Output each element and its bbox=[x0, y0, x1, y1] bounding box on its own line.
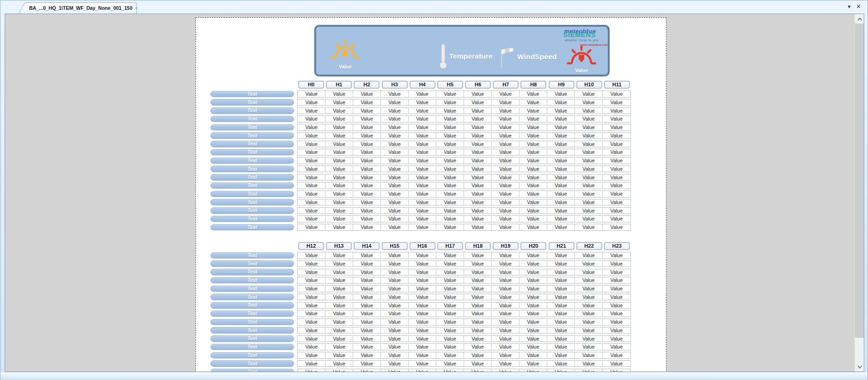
row-label-text: Text bbox=[248, 108, 257, 113]
value-cell: Value bbox=[575, 352, 603, 358]
value-cell: Value bbox=[603, 141, 630, 147]
value-cell: Value bbox=[464, 252, 492, 258]
value-cell: Value bbox=[298, 116, 326, 122]
value-cell: Value bbox=[492, 319, 519, 325]
value-cell: Value bbox=[353, 166, 381, 172]
value-cell: Value bbox=[519, 108, 547, 114]
logo-url: www.meteoblue.com bbox=[580, 43, 608, 46]
window-close-icon[interactable]: ✕ bbox=[856, 4, 861, 9]
table-row: ValueValueValueValueValueValueValueValue… bbox=[297, 335, 631, 342]
value-cell: Value bbox=[519, 361, 547, 367]
value-cell: Value bbox=[298, 166, 326, 172]
value-cell: Value bbox=[519, 277, 547, 283]
row-label-pill: Text bbox=[210, 286, 294, 292]
value-cell: Value bbox=[298, 91, 326, 97]
table-row: ValueValueValueValueValueValueValueValue… bbox=[297, 294, 631, 301]
value-cell: Value bbox=[298, 149, 326, 155]
value-cell: Value bbox=[575, 327, 603, 334]
value-cell: Value bbox=[519, 191, 547, 197]
scroll-up-button[interactable] bbox=[855, 14, 864, 23]
value-cell: Value bbox=[298, 269, 326, 275]
scroll-down-button[interactable] bbox=[855, 362, 864, 372]
value-cell: Value bbox=[519, 141, 547, 147]
row-label-text: Text bbox=[248, 369, 257, 372]
row-label-pill: Text bbox=[210, 260, 294, 267]
value-cell: Value bbox=[353, 175, 381, 181]
value-cell: Value bbox=[519, 352, 547, 358]
value-cell: Value bbox=[547, 252, 575, 258]
value-cell: Value bbox=[603, 149, 630, 155]
value-cell: Value bbox=[575, 141, 603, 147]
value-cell: Value bbox=[381, 261, 409, 267]
value-cell: Value bbox=[603, 303, 630, 309]
value-cell: Value bbox=[353, 261, 381, 267]
table-row: ValueValueValueValueValueValueValueValue… bbox=[297, 157, 631, 164]
value-cell: Value bbox=[298, 311, 326, 317]
column-header: H1 bbox=[326, 81, 352, 89]
value-cell: Value bbox=[381, 133, 409, 139]
value-cell: Value bbox=[603, 319, 630, 325]
value-cell: Value bbox=[326, 108, 353, 114]
value-cell: Value bbox=[519, 116, 547, 122]
value-cell: Value bbox=[436, 361, 464, 367]
value-cell: Value bbox=[603, 361, 630, 367]
table-row: ValueValueValueValueValueValueValueValue… bbox=[297, 174, 631, 181]
tab-title: BA_...0_HQ_1\TEM_WF_Day_None_001_150 bbox=[29, 5, 132, 11]
row-label-pill: Text bbox=[210, 269, 294, 275]
value-cell: Value bbox=[519, 199, 547, 205]
value-cell: Value bbox=[326, 286, 353, 292]
row-label-text: Text bbox=[248, 261, 257, 266]
value-cell: Value bbox=[409, 286, 436, 292]
column-header: H23 bbox=[604, 242, 630, 250]
row-label-text: Text bbox=[248, 311, 257, 316]
value-cell: Value bbox=[381, 124, 409, 130]
scrollbar-thumb[interactable] bbox=[855, 23, 864, 338]
value-cell: Value bbox=[603, 91, 630, 97]
table-row: ValueValueValueValueValueValueValueValue… bbox=[297, 107, 631, 114]
value-cell: Value bbox=[409, 261, 436, 267]
row-label-pill: Text bbox=[210, 199, 294, 205]
value-cell: Value bbox=[464, 336, 492, 342]
value-cell: Value bbox=[575, 294, 603, 300]
value-cell: Value bbox=[298, 124, 326, 130]
value-cell: Value bbox=[519, 286, 547, 292]
value-cell: Value bbox=[492, 175, 519, 181]
value-cell: Value bbox=[353, 91, 381, 97]
table-row: ValueValueValueValueValueValueValueValue… bbox=[297, 327, 631, 334]
value-cell: Value bbox=[464, 369, 492, 372]
value-cell: Value bbox=[575, 303, 603, 309]
tab-bar: BA_...0_HQ_1\TEM_WF_Day_None_001_150 × ▾… bbox=[0, 0, 868, 14]
value-cell: Value bbox=[547, 141, 575, 147]
vertical-scrollbar[interactable] bbox=[854, 14, 864, 372]
value-cell: Value bbox=[547, 327, 575, 334]
tab-close-icon[interactable]: × bbox=[135, 6, 138, 10]
row-label-text: Text bbox=[248, 183, 257, 188]
value-cell: Value bbox=[326, 166, 353, 172]
table-row: ValueValueValueValueValueValueValueValue… bbox=[297, 319, 631, 326]
value-cell: Value bbox=[464, 141, 492, 147]
column-header: H11 bbox=[604, 81, 630, 89]
value-cell: Value bbox=[519, 252, 547, 258]
row-label-text: Text bbox=[248, 216, 257, 221]
value-cell: Value bbox=[547, 116, 575, 122]
document-tab[interactable]: BA_...0_HQ_1\TEM_WF_Day_None_001_150 × bbox=[18, 2, 137, 14]
value-cell: Value bbox=[381, 99, 409, 106]
tab-list-dropdown-icon[interactable]: ▾ bbox=[848, 4, 851, 9]
row-label-text: Text bbox=[248, 191, 257, 197]
table-row: ValueValueValueValueValueValueValueValue… bbox=[297, 285, 631, 292]
row-label-pill: Text bbox=[210, 311, 294, 317]
value-cell: Value bbox=[603, 99, 630, 106]
value-cell: Value bbox=[436, 327, 464, 334]
row-label-pill: Text bbox=[210, 294, 294, 300]
value-cell: Value bbox=[575, 311, 603, 317]
value-cell: Value bbox=[353, 286, 381, 292]
value-cell: Value bbox=[353, 141, 381, 147]
row-label-text: Text bbox=[248, 319, 257, 325]
value-cell: Value bbox=[326, 277, 353, 283]
row-label-pill: Text bbox=[210, 99, 294, 106]
value-cell: Value bbox=[519, 182, 547, 189]
value-cell: Value bbox=[353, 277, 381, 283]
value-cell: Value bbox=[519, 344, 547, 350]
value-cell: Value bbox=[603, 199, 630, 205]
value-cell: Value bbox=[326, 252, 353, 258]
